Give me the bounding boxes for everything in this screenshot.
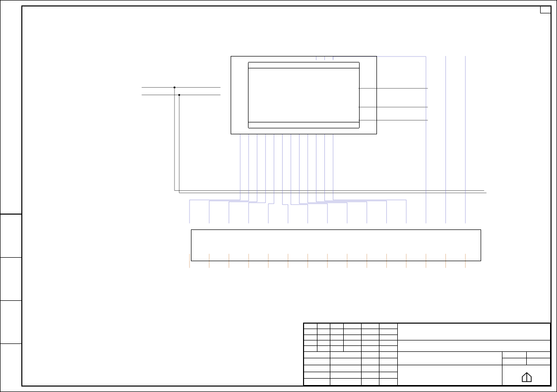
title-block-table	[304, 323, 551, 386]
row0-name	[330, 351, 362, 358]
company-logo-cell	[502, 365, 551, 386]
page-number	[540, 6, 551, 13]
controller-top-pins	[248, 56, 359, 62]
system-desc	[397, 351, 502, 365]
side-stamp-3	[0, 343, 21, 387]
row1-date	[379, 358, 397, 365]
company-logo	[505, 370, 550, 385]
title-block	[303, 323, 551, 386]
channel-range-top	[248, 62, 359, 68]
controller-left-pins	[231, 62, 248, 128]
sheet-label	[526, 351, 550, 358]
row0-sign	[362, 351, 379, 358]
sheets-value	[526, 358, 550, 365]
sheet-title	[397, 365, 502, 386]
rev-h-3	[343, 346, 361, 351]
side-stamp-2	[0, 300, 21, 343]
rev-h-4	[362, 346, 379, 351]
rev-h-2	[330, 346, 344, 351]
side-stamp-column	[0, 214, 21, 387]
project-name	[397, 340, 550, 352]
din-rail	[191, 229, 481, 261]
rev-h-5	[379, 346, 397, 351]
controller-block	[231, 56, 377, 134]
stage-value	[502, 358, 526, 365]
rev-h-1	[317, 346, 330, 351]
stage-label	[502, 351, 526, 358]
controller-right-pins	[359, 62, 376, 128]
row0-role	[304, 351, 330, 358]
house-icon	[521, 372, 533, 383]
rev-h-0	[304, 346, 317, 351]
controller-center	[248, 62, 359, 128]
controller-name	[248, 68, 359, 122]
drawing-code	[397, 324, 550, 340]
side-stamp-0	[0, 214, 21, 257]
inner-frame	[21, 5, 552, 387]
row1-name	[330, 358, 362, 365]
row1-role	[304, 358, 330, 365]
controller-bot-pins	[248, 128, 359, 134]
row0-date	[379, 351, 397, 358]
side-stamp-1	[0, 257, 21, 300]
channel-range-bot	[248, 122, 359, 128]
drawing-sheet	[0, 0, 557, 392]
row1-sign	[362, 358, 379, 365]
